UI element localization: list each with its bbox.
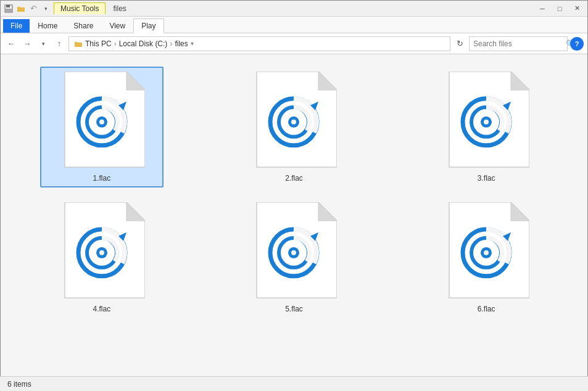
tab-play[interactable]: Play bbox=[133, 19, 164, 33]
file-icon-wrapper bbox=[59, 202, 145, 301]
search-input[interactable] bbox=[473, 39, 566, 48]
path-sep-2: › bbox=[170, 39, 172, 48]
svg-point-29 bbox=[99, 250, 104, 255]
file-item[interactable]: 2.flac bbox=[232, 67, 355, 187]
status-bar: 6 items bbox=[0, 376, 588, 391]
tab-home[interactable]: Home bbox=[30, 19, 65, 33]
flac-disc-icon bbox=[266, 94, 321, 150]
file-name: 6.flac bbox=[478, 305, 495, 313]
file-name: 1.flac bbox=[93, 174, 110, 183]
recent-locations-button[interactable]: ▾ bbox=[36, 37, 50, 51]
minimize-button[interactable]: ─ bbox=[534, 2, 550, 15]
file-icon-wrapper bbox=[443, 202, 529, 301]
path-dropdown-icon: ▾ bbox=[191, 40, 194, 47]
file-name: 3.flac bbox=[478, 174, 495, 183]
ribbon-tabs: File Home Share View Play bbox=[1, 17, 587, 33]
svg-rect-1 bbox=[6, 5, 10, 7]
file-name: 2.flac bbox=[285, 174, 303, 183]
svg-rect-2 bbox=[6, 9, 12, 12]
title-bar-controls: ─ □ ✕ bbox=[534, 2, 585, 15]
refresh-button[interactable]: ↻ bbox=[453, 37, 466, 51]
file-item[interactable]: 1.flac bbox=[40, 67, 164, 187]
title-bar: ↶ ▾ Music Tools files ─ □ ✕ bbox=[1, 1, 587, 17]
search-box[interactable]: 🔍 bbox=[469, 36, 568, 51]
back-button[interactable]: ← bbox=[4, 37, 18, 51]
flac-disc-icon bbox=[458, 94, 514, 150]
item-count: 6 items bbox=[7, 380, 31, 389]
folder-icon bbox=[15, 3, 27, 14]
flac-disc-icon bbox=[266, 225, 321, 281]
files-grid: 1.flac bbox=[13, 62, 575, 323]
file-icon-wrapper bbox=[251, 72, 337, 170]
tab-share[interactable]: Share bbox=[65, 19, 101, 33]
svg-marker-4 bbox=[126, 72, 145, 90]
close-button[interactable]: ✕ bbox=[569, 2, 585, 15]
ribbon: File Home Share View Play bbox=[1, 17, 587, 33]
path-local-disk: Local Disk (C:) bbox=[119, 39, 168, 48]
file-icon-wrapper bbox=[443, 72, 529, 170]
undo-icon[interactable]: ↶ bbox=[28, 3, 39, 14]
file-name: 4.flac bbox=[93, 305, 110, 313]
path-this-pc: This PC bbox=[85, 39, 112, 48]
tab-file[interactable]: File bbox=[3, 19, 30, 33]
svg-marker-39 bbox=[511, 202, 529, 221]
help-button[interactable]: ? bbox=[570, 37, 584, 51]
svg-point-8 bbox=[99, 120, 104, 125]
address-path[interactable]: This PC › Local Disk (C:) › files ▾ bbox=[68, 36, 450, 51]
main-content: 1.flac bbox=[1, 54, 587, 377]
svg-marker-32 bbox=[318, 202, 337, 221]
music-tools-tab: Music Tools bbox=[54, 2, 106, 14]
address-bar: ← → ▾ ↑ This PC › Local Disk (C:) › file… bbox=[1, 33, 587, 54]
svg-point-22 bbox=[484, 120, 489, 125]
file-icon-wrapper bbox=[59, 72, 145, 170]
flac-disc-icon bbox=[458, 225, 514, 281]
svg-point-36 bbox=[291, 250, 296, 255]
svg-marker-11 bbox=[318, 72, 337, 90]
forward-button[interactable]: → bbox=[20, 37, 34, 51]
svg-point-43 bbox=[484, 250, 489, 255]
tab-view[interactable]: View bbox=[101, 19, 133, 33]
file-item[interactable]: 6.flac bbox=[424, 197, 548, 318]
save-icon[interactable] bbox=[3, 3, 14, 14]
svg-marker-18 bbox=[511, 72, 529, 90]
file-name: 5.flac bbox=[285, 305, 303, 313]
svg-marker-25 bbox=[126, 202, 145, 221]
window-title: files bbox=[113, 4, 126, 13]
title-bar-left: ↶ ▾ Music Tools files bbox=[3, 2, 534, 14]
flac-disc-icon bbox=[74, 94, 130, 150]
dropdown-icon[interactable]: ▾ bbox=[40, 3, 51, 14]
file-item[interactable]: 4.flac bbox=[40, 197, 164, 318]
quick-access-icons: ↶ ▾ bbox=[3, 3, 51, 14]
up-button[interactable]: ↑ bbox=[52, 37, 66, 51]
file-icon-wrapper bbox=[251, 202, 337, 301]
svg-point-15 bbox=[291, 120, 296, 125]
file-item[interactable]: 5.flac bbox=[232, 197, 355, 318]
file-item[interactable]: 3.flac bbox=[424, 67, 548, 187]
flac-disc-icon bbox=[74, 225, 130, 281]
path-sep-1: › bbox=[114, 39, 117, 48]
path-files: files bbox=[175, 39, 188, 48]
maximize-button[interactable]: □ bbox=[552, 2, 568, 15]
